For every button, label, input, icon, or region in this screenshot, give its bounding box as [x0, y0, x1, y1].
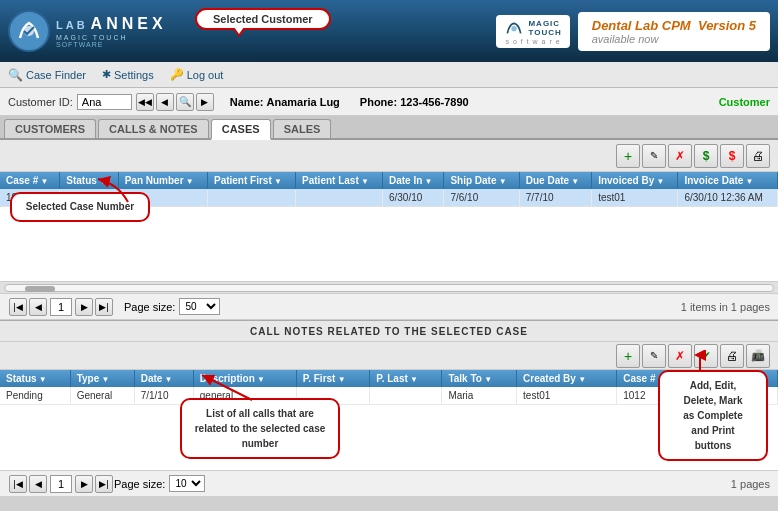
current-page-bottom-num: 1 [50, 475, 72, 493]
search-icon: 🔍 [8, 68, 23, 82]
first-page-bottom-btn[interactable]: |◀ [9, 475, 27, 493]
add-note-btn[interactable]: + [616, 344, 640, 368]
key-icon: 🔑 [170, 68, 184, 81]
col-invoice-date[interactable]: Invoice Date [678, 172, 778, 189]
col-ship-date[interactable]: Ship Date [444, 172, 519, 189]
tab-sales[interactable]: SALES [273, 119, 332, 138]
horizontal-scrollbar[interactable] [0, 282, 778, 294]
magic-touch-logo: MAGIC TOUCH s o f t w a r e [496, 15, 569, 48]
col-date-in[interactable]: Date In [382, 172, 443, 189]
cell-invoice-date: 6/30/10 12:36 AM [678, 189, 778, 207]
add-icon: + [624, 148, 632, 164]
last-page-btn[interactable]: ▶| [95, 298, 113, 316]
search-btn[interactable]: 🔍 [176, 93, 194, 111]
page-size-bottom-select[interactable]: 10 25 50 [169, 475, 205, 492]
mt-magic-label: MAGIC [528, 19, 561, 28]
current-page-num: 1 [50, 298, 72, 316]
cn-col-talk-to[interactable]: Talk To [442, 370, 517, 387]
red-x-btn[interactable]: $ [720, 144, 744, 168]
first-page-btn[interactable]: |◀ [9, 298, 27, 316]
logo-icon [8, 10, 50, 52]
edit-case-btn[interactable]: ✎ [642, 144, 666, 168]
selected-case-annotation: Selected Case Number [10, 192, 150, 222]
settings-link[interactable]: ✱ Settings [102, 68, 154, 81]
fax-note-btn[interactable]: 📠 [746, 344, 770, 368]
add-edit-buttons-annotation: Add, Edit,Delete, Markas Completeand Pri… [658, 370, 768, 461]
customer-phone: Phone: 123-456-7890 [360, 96, 469, 108]
cell-date-in: 6/30/10 [382, 189, 443, 207]
scroll-track [4, 284, 774, 292]
app-header: LAB ANNEX MAGIC TOUCH SOFTWARE Selected … [0, 0, 778, 62]
cn-col-date[interactable]: Date [134, 370, 193, 387]
col-case-num[interactable]: Case # [0, 172, 60, 189]
annotation-arrow-up [78, 174, 138, 204]
customer-id-input[interactable] [77, 94, 132, 110]
cases-toolbar: + ✎ ✗ $ $ 🖨 [0, 140, 778, 172]
cell-invoiced-by: test01 [592, 189, 678, 207]
items-count-bottom: 1 pages [731, 478, 770, 490]
delete-case-btn[interactable]: ✗ [668, 144, 692, 168]
prev-page-bottom-btn[interactable]: ◀ [29, 475, 47, 493]
print-case-btn[interactable]: 🖨 [746, 144, 770, 168]
cn-col-p-last[interactable]: P. Last [370, 370, 442, 387]
col-patient-last[interactable]: Patient Last [296, 172, 383, 189]
customer-id-label: Customer ID: [8, 96, 73, 108]
print-note-icon: 🖨 [726, 349, 738, 363]
col-invoiced-by[interactable]: Invoiced By [592, 172, 678, 189]
page-size-select[interactable]: 50 10 25 100 [179, 298, 220, 315]
invoice-case-btn[interactable]: $ [694, 144, 718, 168]
banner-version: Version 5 [698, 18, 756, 33]
col-due-date[interactable]: Due Date [519, 172, 591, 189]
items-count: 1 items in 1 pages [681, 301, 770, 313]
mt-software-label: s o f t w a r e [506, 38, 561, 45]
next-page-btn[interactable]: ▶ [75, 298, 93, 316]
cell-ship-date: 7/6/10 [444, 189, 519, 207]
logout-link[interactable]: 🔑 Log out [170, 68, 224, 81]
next-page-bottom-btn[interactable]: ▶ [75, 475, 93, 493]
customer-status: Customer [719, 96, 770, 108]
tabs-bar: CUSTOMERS CALLS & NOTES CASES SALES [0, 116, 778, 140]
annotation-arrow-buttons [680, 350, 720, 375]
page-size-bottom-label: Page size: [114, 478, 165, 490]
tab-calls-notes[interactable]: CALLS & NOTES [98, 119, 209, 138]
selected-customer-callout: Selected Customer [195, 8, 331, 30]
cn-col-p-first[interactable]: P. First [296, 370, 370, 387]
pagination-bottom: |◀ ◀ 1 ▶ ▶| Page size: 10 25 50 1 pages [0, 470, 778, 496]
next-btn[interactable]: ▶ [196, 93, 214, 111]
edit-note-btn[interactable]: ✎ [642, 344, 666, 368]
cn-cell-talk-to: Maria [442, 387, 517, 405]
callout-arrow-inner [234, 27, 244, 34]
tab-cases[interactable]: CASES [211, 119, 271, 140]
annotation-arrow-call-notes [192, 370, 262, 405]
cn-col-created-by[interactable]: Created By [517, 370, 617, 387]
magic-touch-sub-label: MAGIC TOUCH [56, 34, 167, 41]
nav-bar: 🔍 Case Finder ✱ Settings 🔑 Log out [0, 62, 778, 88]
fax-icon: 📠 [751, 349, 765, 362]
tab-customers[interactable]: CUSTOMERS [4, 119, 96, 138]
case-finder-link[interactable]: 🔍 Case Finder [8, 68, 86, 82]
cn-cell-type: General [70, 387, 134, 405]
cn-cell-p-last [370, 387, 442, 405]
last-page-bottom-btn[interactable]: ▶| [95, 475, 113, 493]
svg-point-2 [512, 26, 517, 31]
mt-touch-label: TOUCH [528, 28, 561, 37]
cn-cell-created-by: test01 [517, 387, 617, 405]
dollar-icon: $ [703, 149, 710, 163]
annex-label: ANNEX [91, 15, 167, 33]
prev-first-btn[interactable]: ◀◀ [136, 93, 154, 111]
call-notes-title: CALL NOTES RELATED TO THE SELECTED CASE [250, 326, 528, 337]
app-container: LAB ANNEX MAGIC TOUCH SOFTWARE Selected … [0, 0, 778, 511]
prev-btn[interactable]: ◀ [156, 93, 174, 111]
customer-name: Name: Anamaria Lug [230, 96, 340, 108]
call-notes-toolbar: + ✎ ✗ ✔ 🖨 📠 [0, 342, 778, 370]
cn-col-type[interactable]: Type [70, 370, 134, 387]
prev-page-btn[interactable]: ◀ [29, 298, 47, 316]
logo-area: LAB ANNEX MAGIC TOUCH SOFTWARE [8, 10, 167, 52]
cell-due-date: 7/7/10 [519, 189, 591, 207]
mt-logo-icon [504, 18, 524, 38]
print-note-btn[interactable]: 🖨 [720, 344, 744, 368]
col-patient-first[interactable]: Patient First [207, 172, 295, 189]
cn-col-status[interactable]: Status [0, 370, 70, 387]
scroll-thumb[interactable] [25, 286, 55, 292]
add-case-btn[interactable]: + [616, 144, 640, 168]
